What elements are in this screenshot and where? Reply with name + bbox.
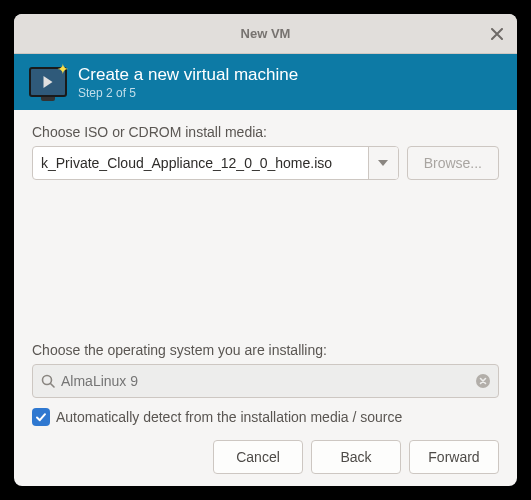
- vm-icon: ✦: [26, 62, 70, 102]
- cancel-button[interactable]: Cancel: [213, 440, 303, 474]
- close-icon[interactable]: [487, 24, 507, 44]
- forward-button[interactable]: Forward: [409, 440, 499, 474]
- content-area: Choose ISO or CDROM install media: Brows…: [14, 110, 517, 486]
- os-search-input[interactable]: [61, 373, 476, 389]
- wizard-step: Step 2 of 5: [78, 86, 298, 100]
- media-label: Choose ISO or CDROM install media:: [32, 124, 499, 140]
- header-text: Create a new virtual machine Step 2 of 5: [78, 65, 298, 100]
- media-input[interactable]: [33, 147, 368, 179]
- titlebar: New VM: [14, 14, 517, 54]
- wizard-title: Create a new virtual machine: [78, 65, 298, 85]
- os-search: [32, 364, 499, 398]
- footer: Cancel Back Forward: [32, 426, 499, 474]
- os-label: Choose the operating system you are inst…: [32, 342, 499, 358]
- search-icon: [41, 374, 55, 388]
- svg-line-1: [51, 384, 55, 388]
- clear-icon[interactable]: [476, 374, 490, 388]
- autodetect-label: Automatically detect from the installati…: [56, 409, 402, 425]
- os-section: Choose the operating system you are inst…: [32, 342, 499, 426]
- media-combo: [32, 146, 399, 180]
- wizard-header: ✦ Create a new virtual machine Step 2 of…: [14, 54, 517, 110]
- media-row: Browse...: [32, 146, 499, 180]
- check-icon: [35, 411, 47, 423]
- media-dropdown-button[interactable]: [368, 147, 398, 179]
- autodetect-row: Automatically detect from the installati…: [32, 408, 499, 426]
- spacer: [32, 180, 499, 330]
- autodetect-checkbox[interactable]: [32, 408, 50, 426]
- back-button[interactable]: Back: [311, 440, 401, 474]
- browse-button[interactable]: Browse...: [407, 146, 499, 180]
- new-vm-dialog: New VM ✦ Create a new virtual machine St…: [14, 14, 517, 486]
- window-title: New VM: [241, 26, 291, 41]
- chevron-down-icon: [378, 160, 388, 166]
